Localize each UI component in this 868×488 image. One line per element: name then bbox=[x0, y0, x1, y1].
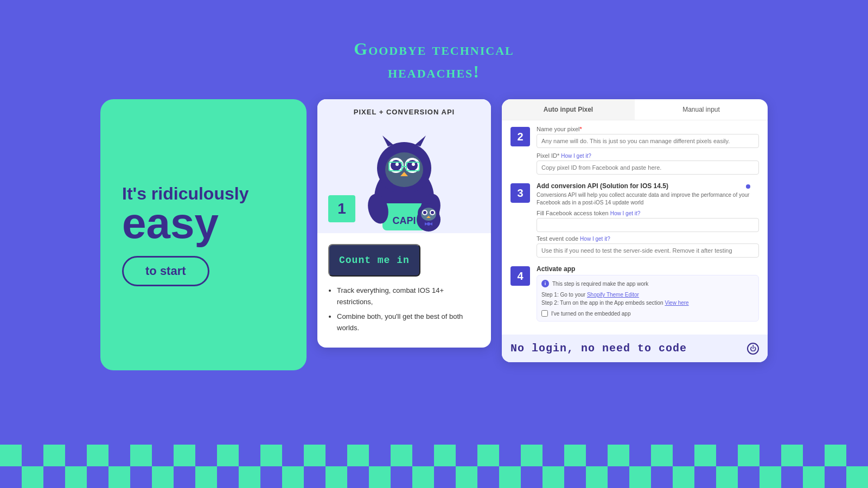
middle-card: PIXEL + CONVERSION API bbox=[317, 99, 491, 348]
svg-point-26 bbox=[427, 222, 430, 226]
test-event-input[interactable] bbox=[537, 243, 759, 258]
test-event-label: Test event code How I get it? bbox=[537, 235, 759, 242]
info-icon: i bbox=[541, 280, 549, 287]
step-4-info-text: This step is required make the app work bbox=[552, 281, 648, 287]
sub-step-1: Step 1: Go to your Shopify Theme Editor bbox=[541, 291, 754, 299]
svg-point-9 bbox=[395, 163, 399, 166]
pixel-name-input[interactable] bbox=[537, 134, 759, 148]
svg-marker-2 bbox=[382, 136, 393, 146]
step-3-capi: 3 Add conversion API (Solution for IOS 1… bbox=[510, 182, 759, 258]
view-here-link[interactable]: View here bbox=[665, 300, 688, 306]
svg-point-21 bbox=[423, 211, 426, 214]
header-title: Goodbye technical headaches! bbox=[354, 38, 514, 83]
step-1-badge: 1 bbox=[328, 195, 355, 222]
svg-text:CAPI: CAPI bbox=[392, 215, 416, 226]
tab-manual-input[interactable]: Manual input bbox=[635, 99, 768, 120]
step-2-content: Name your pixel* Pixel ID* How I get it? bbox=[537, 126, 759, 175]
step-2-name: 2 Name your pixel* Pixel ID* How I get i… bbox=[510, 126, 759, 175]
step-3-title: Add conversion API (Solution for IOS 14.… bbox=[537, 182, 759, 190]
tab-auto-input[interactable]: Auto input Pixel bbox=[502, 99, 635, 120]
checkbox-row: I've turned on the embedded app bbox=[541, 310, 754, 317]
pixel-id-help-link[interactable]: How I get it? bbox=[561, 153, 591, 159]
bullet-1: Track everything, combat IOS 14+ restric… bbox=[337, 285, 480, 308]
left-card: It's ridiculously easy to start bbox=[100, 99, 307, 370]
right-card-body: 2 Name your pixel* Pixel ID* How I get i… bbox=[502, 120, 768, 335]
left-card-text2: easy bbox=[122, 202, 219, 245]
step-4-content: Activate app i This step is required mak… bbox=[537, 265, 759, 322]
step-2-number: 2 bbox=[510, 127, 530, 146]
step-2-label: Name your pixel* bbox=[537, 126, 759, 132]
power-icon: ⏻ bbox=[747, 343, 759, 355]
step-4-activate: 4 Activate app i This step is required m… bbox=[510, 265, 759, 322]
feature-bullets: Track everything, combat IOS 14+ restric… bbox=[317, 285, 491, 348]
step-3-number: 3 bbox=[510, 183, 530, 203]
header: Goodbye technical headaches! bbox=[354, 38, 514, 83]
step-3-desc: Conversions API will help you collect ac… bbox=[537, 191, 759, 207]
svg-point-22 bbox=[431, 211, 434, 214]
step-4-number: 4 bbox=[510, 266, 530, 286]
svg-point-10 bbox=[412, 163, 415, 166]
pixel-id-input[interactable] bbox=[537, 160, 759, 175]
embedded-app-checkbox[interactable] bbox=[541, 310, 548, 317]
cards-container: It's ridiculously easy to start PIXEL + … bbox=[100, 99, 768, 370]
middle-card-header: PIXEL + CONVERSION API bbox=[317, 99, 491, 125]
checkbox-label: I've turned on the embedded app bbox=[551, 311, 630, 317]
main-content: Goodbye technical headaches! It's ridicu… bbox=[0, 0, 868, 445]
owl-illustration: CAPI bbox=[344, 133, 464, 233]
footer-tagline: No login, no need to code bbox=[510, 342, 687, 355]
test-event-help-link[interactable]: How I get it? bbox=[580, 236, 610, 242]
bottom-bar bbox=[0, 445, 868, 488]
step-4-box: i This step is required make the app wor… bbox=[537, 275, 759, 322]
shopify-theme-link[interactable]: Shopify Theme Editor bbox=[587, 292, 639, 298]
sub-step-2: Step 2: Turn on the app in the App embed… bbox=[541, 299, 754, 307]
right-card: Auto input Pixel Manual input 2 Name you… bbox=[502, 99, 768, 362]
right-card-footer: No login, no need to code ⏻ bbox=[502, 335, 768, 362]
access-token-input[interactable] bbox=[537, 218, 759, 232]
step-3-content: Add conversion API (Solution for IOS 14.… bbox=[537, 182, 759, 258]
middle-card-image: CAPI bbox=[317, 125, 491, 233]
fill-token-label: Fill Facebook access token How I get it? bbox=[537, 210, 759, 216]
bullet-2: Combine both, you'll get the best of bot… bbox=[337, 311, 480, 334]
step-4-info-row: i This step is required make the app wor… bbox=[541, 280, 754, 287]
step-4-sub-steps: Step 1: Go to your Shopify Theme Editor … bbox=[541, 291, 754, 307]
svg-marker-3 bbox=[415, 136, 426, 146]
to-start-button[interactable]: to start bbox=[122, 256, 209, 286]
pixel-id-label: Pixel ID* How I get it? bbox=[537, 152, 759, 159]
count-me-in-button[interactable]: Count me in bbox=[328, 244, 420, 277]
step-4-title: Activate app bbox=[537, 265, 759, 273]
right-card-tabs: Auto input Pixel Manual input bbox=[502, 99, 768, 120]
fill-token-help-link[interactable]: How I get it? bbox=[610, 210, 641, 216]
